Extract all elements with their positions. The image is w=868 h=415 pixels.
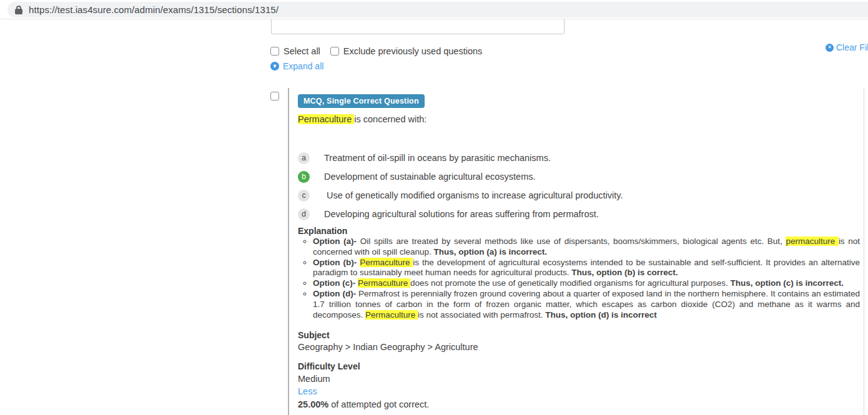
question-card: MCQ, Single Correct Question Permacultur… bbox=[288, 88, 864, 415]
option-row: b Development of sustainable agricultura… bbox=[298, 167, 847, 186]
explanation-item: Option (c)- Permaculture does not promot… bbox=[313, 278, 860, 289]
option-letter-badge-correct: b bbox=[298, 171, 310, 183]
option-letter-badge: a bbox=[298, 152, 310, 164]
chevron-down-circle-icon: ▼ bbox=[270, 62, 279, 71]
option-letter-badge: d bbox=[298, 208, 310, 220]
select-all-checkbox[interactable] bbox=[270, 47, 279, 56]
difficulty-value: Medium bbox=[298, 374, 330, 384]
option-text: Developing agricultural solutions for ar… bbox=[324, 209, 599, 219]
expand-all-link[interactable]: ▼ Expand all bbox=[270, 61, 323, 71]
exclude-used-label[interactable]: Exclude previously used questions bbox=[343, 46, 482, 56]
option-row: d Developing agricultural solutions for … bbox=[298, 205, 847, 223]
explanation-item: Option (b)- Permaculture is the developm… bbox=[313, 258, 860, 279]
option-text: Treatment of oil-spill in oceans by para… bbox=[324, 153, 551, 163]
options-list: a Treatment of oil-spill in oceans by pa… bbox=[298, 149, 847, 223]
circle-x-icon: ✕ bbox=[826, 44, 834, 52]
option-text: Use of genetically modified organisms to… bbox=[324, 190, 623, 200]
attempt-stats: 25.00% of attempted got correct. bbox=[298, 399, 429, 409]
option-row: a Treatment of oil-spill in oceans by pa… bbox=[298, 149, 847, 167]
explanation-list: Option (a)- Oil spills are treated by se… bbox=[298, 237, 860, 320]
browser-toolbar: https://test.ias4sure.com/admin/exams/13… bbox=[0, 0, 868, 19]
difficulty-heading: Difficulty Level bbox=[298, 361, 360, 371]
lock-icon[interactable] bbox=[15, 6, 22, 14]
option-row: c Use of genetically modified organisms … bbox=[298, 186, 847, 205]
question-title: Permaculture is concerned with: bbox=[298, 114, 427, 124]
url-text: https://test.ias4sure.com/admin/exams/13… bbox=[29, 4, 279, 15]
option-letter-badge: c bbox=[298, 190, 310, 202]
filter-checkbox-row: Select all Exclude previously used quest… bbox=[270, 46, 492, 56]
explanation-heading: Explanation bbox=[298, 226, 347, 236]
subject-heading: Subject bbox=[298, 330, 330, 340]
address-bar[interactable]: https://test.ias4sure.com/admin/exams/13… bbox=[7, 2, 868, 17]
question-type-badge: MCQ, Single Correct Question bbox=[298, 94, 425, 108]
explanation-item: Option (a)- Oil spills are treated by se… bbox=[313, 237, 860, 258]
exclude-used-checkbox[interactable] bbox=[330, 47, 339, 56]
expand-all-label: Expand all bbox=[283, 61, 323, 71]
select-all-label[interactable]: Select all bbox=[284, 46, 320, 56]
clear-filter-link[interactable]: ✕ Clear Filter bbox=[826, 42, 868, 52]
explanation-item: Option (d)- Permafrost is perennially fr… bbox=[313, 289, 860, 320]
option-text: Development of sustainable agricultural … bbox=[324, 172, 536, 182]
clear-filter-label: Clear Filter bbox=[836, 42, 868, 52]
less-link[interactable]: Less bbox=[298, 386, 317, 396]
subject-breadcrumb: Geography > Indian Geography > Agricultu… bbox=[298, 342, 478, 352]
question-select-checkbox[interactable] bbox=[270, 92, 279, 100]
